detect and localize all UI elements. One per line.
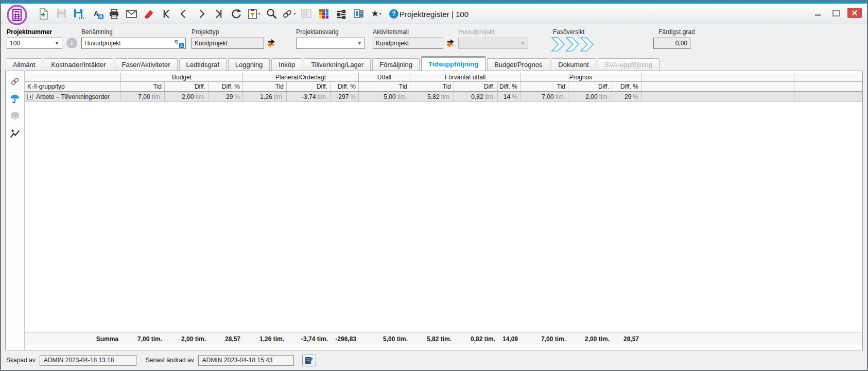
side-toolbar	[6, 71, 25, 350]
chevron-down-icon: ▼	[520, 41, 525, 46]
star-icon: ★	[371, 9, 379, 18]
aktivitetsmall-label: Aktivitetsmall	[373, 28, 409, 36]
next-record-button[interactable]	[194, 7, 209, 21]
window-controls	[810, 8, 862, 18]
chevron-down-icon: ▼	[357, 41, 362, 46]
expand-row-button[interactable]	[27, 94, 33, 99]
search-button[interactable]	[264, 7, 279, 21]
fardigstgrad-label: Färdigst.grad	[658, 28, 695, 36]
table-empty-area	[25, 102, 862, 332]
phase-overview-chevrons	[551, 37, 595, 54]
table-row[interactable]: Arbete – Tillverkningsorder 7,00tim. 2,0…	[25, 92, 862, 102]
first-record-button[interactable]	[159, 7, 174, 21]
tab-bar: Allmänt Kostnader/Intäkter Faser/Aktivit…	[1, 56, 867, 71]
info-button[interactable]: i	[66, 38, 77, 48]
tab-forsaljning[interactable]: Försäljning	[372, 58, 420, 71]
column-header-diffp: Diff. %	[331, 82, 359, 91]
record-header-form: Projektnummer 100 ▼ i Benämning Huvudpro…	[1, 24, 867, 56]
tab-tillverkning-lager[interactable]: Tillverkning/Lager	[304, 58, 371, 71]
modules-button[interactable]	[316, 7, 332, 21]
delete-eraser-button[interactable]	[141, 7, 157, 21]
previous-record-button[interactable]	[176, 7, 192, 21]
projektnummer-label: Projektnummer	[7, 28, 52, 36]
senast-andrad-value: ADMIN 2023-04-18 15:43	[198, 355, 294, 366]
link-icon[interactable]	[9, 75, 21, 88]
close-button[interactable]	[847, 8, 862, 18]
dropdown-caret-icon: ▾	[293, 11, 296, 16]
aktivitetsmall-field[interactable]: Kundprojekt	[373, 38, 443, 49]
last-record-button[interactable]	[211, 7, 227, 21]
fasoversikt-label: Fasöversikt	[553, 28, 584, 36]
email-button[interactable]	[124, 7, 139, 21]
column-header-diff: Diff.	[568, 82, 612, 91]
rename-icon[interactable]: AB	[89, 7, 104, 21]
refresh-button[interactable]	[229, 7, 244, 21]
umbrella-icon[interactable]	[9, 93, 21, 105]
group-header-prognos: Prognos	[520, 73, 641, 81]
group-header-planerat: Planerat/Orderlagt	[243, 73, 359, 81]
tab-inkop[interactable]: Inköp	[271, 58, 302, 71]
column-header-diff: Diff.	[165, 82, 209, 91]
split-view-button	[299, 7, 314, 21]
print-button[interactable]	[106, 7, 121, 21]
tab-faser-aktiviteter[interactable]: Faser/Aktiviteter	[115, 58, 178, 71]
app-window: AB	[0, 0, 868, 371]
huvudprojekt-label: Huvudprojekt	[458, 28, 495, 36]
projekttyp-field[interactable]: Kundprojekt	[192, 38, 264, 49]
jump-to-record-icon[interactable]	[446, 39, 455, 48]
benamning-input[interactable]: Huvudprojekt qA	[81, 38, 186, 49]
huvudprojekt-combobox: ▼	[458, 38, 528, 49]
edit-chart-icon[interactable]	[9, 128, 21, 140]
projektnummer-combobox[interactable]: 100 ▼	[7, 38, 62, 49]
tab-sva-uppfoljning: SVA-uppföljning	[598, 58, 659, 71]
tab-content-panel: Budget Planerat/Orderlagt Utfall Förvänt…	[5, 71, 863, 350]
senast-andrad-label: Senast ändrad av	[146, 357, 194, 364]
chevron-down-icon: ▼	[55, 41, 59, 46]
column-header-diff: Diff.	[287, 82, 331, 91]
minimize-button[interactable]	[810, 8, 825, 18]
tab-allmant[interactable]: Allmänt	[6, 58, 42, 71]
reports-button[interactable]	[351, 7, 367, 21]
new-record-button[interactable]	[36, 7, 51, 21]
table-column-header-row: K-/I-grupp/typ Tid Diff. Diff. % Tid Dif…	[25, 82, 862, 92]
column-header-tid: Tid	[243, 82, 287, 91]
skapad-av-label: Skapad av	[6, 357, 36, 364]
tab-kostnader-intakter[interactable]: Kostnader/Intäkter	[44, 58, 113, 71]
save-button	[54, 7, 69, 21]
help-icon: ?	[389, 9, 398, 19]
phase-chevron-icon	[552, 38, 564, 51]
fardigstgrad-input[interactable]: 0,00	[653, 38, 690, 49]
link-button[interactable]: ▾	[281, 7, 297, 21]
main-toolbar: AB	[36, 7, 402, 21]
pencil-icon	[305, 356, 313, 364]
tab-dokument[interactable]: Dokument	[551, 58, 596, 71]
app-logo-icon[interactable]	[5, 4, 29, 27]
projekttyp-label: Projekttyp	[192, 28, 219, 36]
tab-loggning[interactable]: Loggning	[228, 58, 270, 71]
column-header-diffp: Diff. %	[498, 82, 520, 91]
tab-tidsuppfoljning[interactable]: Tidsuppföljning	[421, 56, 485, 71]
column-header-tid: Tid	[410, 82, 454, 91]
jump-to-record-icon[interactable]	[267, 39, 276, 48]
column-header-tid: Tid	[121, 82, 165, 91]
table-group-header-row: Budget Planerat/Orderlagt Utfall Förvänt…	[25, 73, 862, 82]
layers-icon	[9, 110, 21, 123]
clipboard-filter-button[interactable]: ▾	[246, 7, 262, 21]
translate-icon[interactable]: qA	[175, 39, 183, 47]
tab-ledtidsgraf[interactable]: Ledtidsgraf	[179, 58, 227, 71]
maximize-button[interactable]	[829, 8, 843, 18]
summary-label: Summa	[25, 332, 121, 345]
column-header-name: K-/I-grupp/typ	[25, 82, 121, 91]
tab-budget-prognos[interactable]: Budget/Prognos	[487, 58, 549, 71]
phase-chevron-icon	[581, 38, 593, 51]
column-header-tid: Tid	[359, 82, 410, 91]
group-header-utfall: Utfall	[359, 73, 410, 81]
save-options-button[interactable]	[71, 7, 86, 21]
favorites-button[interactable]: ★ ▾	[369, 7, 384, 21]
edit-note-button[interactable]	[302, 354, 316, 366]
window-title: Projektregister | 100	[400, 10, 468, 19]
dropdown-caret-icon: ▾	[258, 11, 260, 16]
list-settings-button[interactable]	[334, 7, 349, 21]
phase-chevron-icon	[566, 38, 579, 51]
projektansvarig-combobox[interactable]: ▼	[296, 38, 365, 49]
